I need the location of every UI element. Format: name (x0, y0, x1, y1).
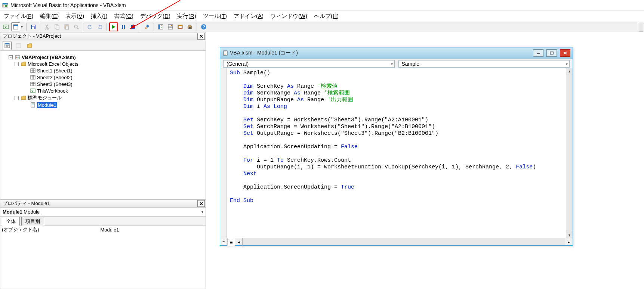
folder-icon (21, 61, 27, 67)
vba-app-icon (2, 2, 8, 8)
properties-tab-categorized[interactable]: 項目別 (21, 217, 44, 226)
close-button[interactable] (560, 49, 570, 57)
svg-rect-71 (550, 52, 553, 54)
cut-button[interactable] (43, 22, 52, 31)
property-value[interactable]: Module1 (99, 227, 206, 233)
project-panel-title-bar: プロジェクト - VBAProject ✕ (0, 32, 206, 40)
scroll-left-icon[interactable]: ◂ (235, 238, 243, 246)
copy-button[interactable] (52, 22, 61, 31)
vertical-scrollbar[interactable]: ▲ ▼ (566, 68, 573, 238)
svg-rect-14 (56, 26, 59, 29)
full-module-view-button[interactable]: ≣ (228, 238, 235, 246)
minimize-button[interactable] (533, 49, 543, 57)
undo-button[interactable] (86, 22, 95, 31)
toolbar-separator (107, 23, 107, 31)
menu-item[interactable]: ツール(T) (203, 13, 227, 20)
svg-rect-52 (31, 75, 35, 79)
insert-userform-button[interactable] (11, 22, 20, 31)
menu-item[interactable]: デバッグ(D) (140, 13, 170, 20)
tree-modules-folder[interactable]: − 標準モジュール (15, 94, 204, 102)
procedure-selector-value: Sample (402, 61, 419, 67)
project-tree[interactable]: − VBAProject (VBA.xlsm) − Microsoft Exce… (0, 51, 206, 199)
menu-item[interactable]: アドイン(A) (234, 13, 264, 20)
menu-item[interactable]: ウィンドウ(W) (270, 13, 307, 20)
svg-rect-23 (146, 25, 149, 28)
code-window-title-bar[interactable]: VBA.xlsm - Module1 (コード) (220, 47, 573, 59)
menu-item[interactable]: 実行(R) (177, 13, 196, 20)
scroll-right-icon[interactable]: ▸ (565, 238, 573, 246)
menu-item[interactable]: 表示(V) (65, 13, 84, 20)
svg-rect-28 (168, 25, 173, 29)
properties-panel-close-button[interactable]: ✕ (197, 200, 205, 207)
procedure-view-button[interactable]: ≡ (220, 238, 228, 246)
menu-item[interactable]: 編集(E) (40, 13, 59, 20)
collapse-icon[interactable]: − (9, 55, 13, 59)
svg-point-27 (161, 27, 162, 28)
collapse-icon[interactable]: − (15, 62, 19, 66)
module-icon (222, 50, 228, 56)
properties-object-selector[interactable]: Module1 Module ▾ (0, 208, 206, 217)
tree-excel-objects[interactable]: − Microsoft Excel Objects (15, 60, 204, 67)
design-mode-button[interactable] (142, 22, 151, 31)
view-excel-button[interactable]: X (1, 22, 10, 31)
tree-thisworkbook-label: ThisWorkbook (37, 88, 68, 94)
collapse-icon[interactable]: − (15, 96, 19, 100)
menu-item[interactable]: 書式(O) (114, 13, 133, 20)
scroll-up-icon[interactable]: ▲ (566, 68, 573, 74)
break-button[interactable] (119, 22, 128, 31)
tree-root[interactable]: − VBAProject (VBA.xlsm) (9, 54, 204, 60)
svg-point-46 (18, 57, 19, 58)
menu-item[interactable]: ファイル(F) (4, 13, 33, 20)
procedure-selector[interactable]: Sample ▾ (398, 60, 570, 68)
view-object-button[interactable] (14, 41, 23, 50)
code-window: VBA.xlsm - Module1 (コード) (General) ▾ Sam… (220, 47, 573, 246)
svg-rect-31 (171, 25, 172, 26)
code-margin[interactable] (220, 68, 227, 238)
svg-rect-33 (179, 26, 182, 28)
object-browser-button[interactable] (176, 22, 185, 31)
svg-point-45 (16, 57, 17, 58)
workbook-icon: X (30, 88, 36, 94)
reset-button[interactable] (129, 22, 138, 31)
menu-item[interactable]: ヘルプ(H) (314, 13, 339, 20)
object-selector[interactable]: (General) ▾ (223, 60, 395, 68)
view-code-button[interactable] (3, 41, 12, 50)
toggle-folders-button[interactable] (25, 41, 34, 50)
properties-panel-title: プロパティ - Module1 (3, 200, 50, 207)
toolbar-grip[interactable] (639, 23, 643, 32)
properties-object-name: Module1 (3, 209, 22, 215)
tree-thisworkbook[interactable]: X ThisWorkbook (24, 87, 204, 94)
properties-grid[interactable]: (オブジェクト名) Module1 (0, 226, 206, 289)
save-button[interactable] (29, 22, 38, 31)
redo-button[interactable] (95, 22, 104, 31)
project-panel-toolbar (0, 40, 206, 51)
tree-module1[interactable]: Module1 (24, 102, 204, 108)
svg-text:X: X (31, 90, 34, 93)
properties-window-button[interactable] (166, 22, 175, 31)
toolbar-separator (197, 23, 197, 31)
help-button[interactable]: ? (199, 22, 208, 31)
tree-sheet[interactable]: Sheet3 (Sheet3) (24, 81, 204, 87)
tree-sheet-label: Sheet3 (Sheet3) (37, 81, 73, 87)
toolbox-button[interactable] (185, 22, 194, 31)
paste-button[interactable] (62, 22, 71, 31)
insert-dropdown-icon[interactable]: ▼ (20, 25, 24, 29)
scroll-down-icon[interactable]: ▼ (566, 232, 573, 238)
properties-tab-all[interactable]: 全体 (2, 217, 20, 226)
code-editor[interactable]: Sub Sample() Dim SerchKey As Range '検索値 … (227, 68, 566, 238)
project-panel-close-button[interactable]: ✕ (197, 33, 205, 40)
tree-sheet[interactable]: Sheet1 (Sheet1) (24, 67, 204, 74)
properties-panel-title-bar: プロパティ - Module1 ✕ (0, 199, 206, 208)
property-row[interactable]: (オブジェクト名) Module1 (0, 226, 206, 234)
svg-text:?: ? (203, 25, 205, 29)
project-explorer-panel: プロジェクト - VBAProject ✕ − VBAProject (VBA.… (0, 32, 206, 199)
svg-rect-39 (5, 43, 9, 44)
properties-panel: プロパティ - Module1 ✕ Module1 Module ▾ 全体 項目… (0, 199, 206, 289)
project-explorer-button[interactable] (156, 22, 165, 31)
maximize-button[interactable] (546, 49, 557, 57)
horizontal-scrollbar[interactable] (243, 238, 565, 245)
find-button[interactable] (72, 22, 81, 31)
menu-item[interactable]: 挿入(I) (91, 13, 107, 20)
tree-sheet[interactable]: Sheet2 (Sheet2) (24, 74, 204, 81)
run-button[interactable] (109, 22, 118, 31)
